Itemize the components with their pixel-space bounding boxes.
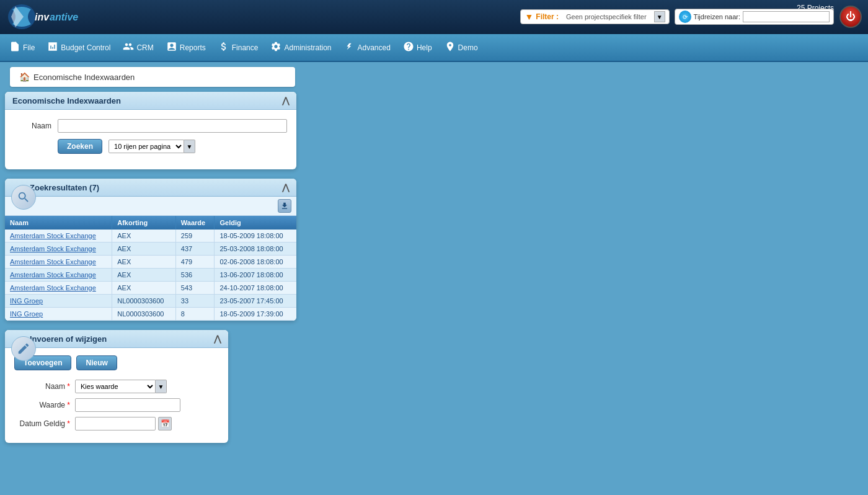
cell-afkorting: AEX [112,282,176,295]
results-panel-collapse-button[interactable]: ⋀ [282,182,289,192]
entry-naam-dropdown-button[interactable]: ▼ [156,380,167,393]
search-icon-circle [11,185,36,210]
entry-panel-collapse-button[interactable]: ⋀ [214,334,221,344]
finance-icon [218,41,229,54]
results-table: Naam Afkorting Waarde Geldig Amsterdam S… [5,216,296,321]
nav-item-finance[interactable]: Finance [212,38,265,56]
cell-naam: Amsterdam Stock Exchange [5,269,112,282]
home-icon: 🏠 [19,72,30,82]
cell-waarde: 259 [175,230,215,243]
cell-afkorting: AEX [112,256,176,269]
help-icon [403,41,414,54]
results-title: Zoekresultaten (7) [30,183,99,192]
cell-geldig: 24-10-2007 18:08:00 [215,282,296,295]
table-row: Amsterdam Stock Exchange AEX 479 02-06-2… [5,256,296,269]
entry-panel-title: Invoeren of wijzigen [30,334,107,344]
cell-geldig: 13-06-2007 18:08:00 [215,269,296,282]
naam-label: Naam [14,122,51,130]
cell-afkorting: AEX [112,243,176,256]
cell-geldig: 23-05-2007 17:45:00 [215,295,296,308]
entry-naam-select[interactable]: Kies waardeAmsterdam Stock ExchangeING G… [75,380,156,393]
reports-icon [166,41,177,54]
entry-datum-label: Datum Geldig * [14,419,70,428]
nav-item-demo[interactable]: Demo [438,38,484,56]
nav-item-help[interactable]: Help [397,38,438,56]
svg-text:antive: antive [50,12,78,22]
cell-naam: ING Groep [5,308,112,321]
entry-buttons: Toevoegen Nieuw [14,355,219,370]
nav-item-administration[interactable]: Administration [264,38,337,56]
tijdreizen-icon: ⟳ [679,11,691,23]
cell-naam: ING Groep [5,295,112,308]
file-icon [9,41,20,54]
cell-waarde: 33 [175,295,215,308]
tijdreizen-area: ⟳ Tijdreizen naar: [675,9,834,25]
search-panel-title: Economische Indexwaarden [12,96,121,105]
nav-item-crm[interactable]: CRM [117,38,159,56]
col-waarde: Waarde [175,216,215,230]
cell-waarde: 543 [175,282,215,295]
nav-item-advanced[interactable]: Advanced [338,38,397,56]
power-button[interactable]: ⏻ [839,6,862,28]
nav-label-finance: Finance [232,43,259,52]
nav-label-reports: Reports [180,43,206,52]
crm-icon [123,41,134,54]
filter-label: Filter : [536,12,559,21]
search-panel: Economische Indexwaarden ⋀ Naam Zoeken 1… [5,92,296,169]
cell-afkorting: AEX [112,230,176,243]
naam-input[interactable] [58,119,287,133]
rows-dropdown-button[interactable]: ▼ [184,140,195,153]
table-row: Amsterdam Stock Exchange AEX 536 13-06-2… [5,269,296,282]
entry-panel-wrapper: Invoeren of wijzigen ⋀ Toevoegen Nieuw N… [5,330,228,443]
entry-header: Invoeren of wijzigen ⋀ [5,330,228,348]
zoeken-button[interactable]: Zoeken [58,139,102,154]
cell-geldig: 18-05-2009 18:08:00 [215,230,296,243]
results-header: Zoekresultaten (7) ⋀ [5,179,296,197]
entry-body: Toevoegen Nieuw Naam * Kies waardeAmster… [5,348,228,443]
breadcrumb-text: Economische Indexwaarden [33,73,135,82]
nav-label-demo: Demo [458,43,478,52]
filter-dropdown-button[interactable]: ▼ [654,11,665,22]
nav-item-budget-control[interactable]: Budget Control [41,38,117,56]
rows-select-area: 10 rijen per pagina25 rijen per pagina50… [108,140,195,153]
col-geldig: Geldig [215,216,296,230]
cell-waarde: 536 [175,269,215,282]
entry-naam-row: Naam * Kies waardeAmsterdam Stock Exchan… [14,380,219,393]
tijdreizen-label: Tijdreizen naar: [694,13,740,20]
cell-naam: Amsterdam Stock Exchange [5,282,112,295]
export-button[interactable] [278,199,291,213]
logo-icon: inv antive [6,3,81,31]
cell-afkorting: NL0000303600 [112,308,176,321]
nav-label-help: Help [417,43,432,52]
search-panel-header: Economische Indexwaarden ⋀ [5,92,296,110]
nav-label-crm: CRM [136,43,153,52]
cell-waarde: 437 [175,243,215,256]
cell-afkorting: NL0000303600 [112,295,176,308]
filter-area[interactable]: ▼ Filter : Geen projectspecifiek filter … [520,9,669,24]
calendar-button[interactable]: 📅 [158,417,172,430]
filter-icon: ▼ [525,12,533,22]
entry-waarde-input[interactable] [75,398,180,412]
nav-item-file[interactable]: File [3,38,41,56]
cell-waarde: 479 [175,256,215,269]
nav-item-reports[interactable]: Reports [160,38,212,56]
advanced-icon [344,41,355,54]
results-panel: Zoekresultaten (7) ⋀ Naam Afkorting Waar… [5,179,296,321]
entry-naam-select-area: Kies waardeAmsterdam Stock ExchangeING G… [75,380,167,393]
table-row: Amsterdam Stock Exchange AEX 437 25-03-2… [5,243,296,256]
rows-per-page-select[interactable]: 10 rijen per pagina25 rijen per pagina50… [108,140,184,153]
entry-datum-input[interactable] [75,417,156,430]
nieuw-button[interactable]: Nieuw [76,355,117,370]
cell-naam: Amsterdam Stock Exchange [5,243,112,256]
cell-afkorting: AEX [112,269,176,282]
entry-naam-label: Naam * [14,382,70,391]
col-afkorting: Afkorting [112,216,176,230]
search-panel-collapse-button[interactable]: ⋀ [282,96,289,105]
tijdreizen-input[interactable] [743,11,830,22]
table-row: Amsterdam Stock Exchange AEX 259 18-05-2… [5,230,296,243]
cell-geldig: 25-03-2008 18:08:00 [215,243,296,256]
budget-control-icon [47,41,58,54]
col-naam: Naam [5,216,112,230]
entry-datum-row: Datum Geldig * 📅 [14,417,219,430]
naam-form-row: Naam [14,119,287,133]
